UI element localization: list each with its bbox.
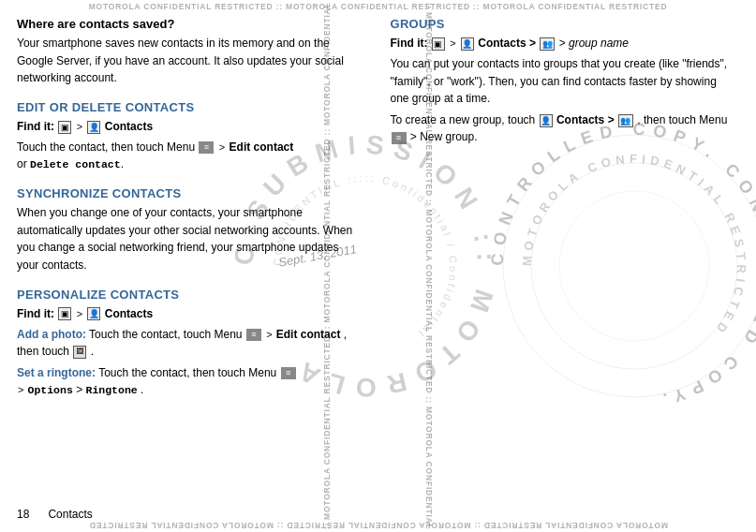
delete-contact-label: Delete contact: [30, 158, 121, 170]
group-icon-2: 👥: [618, 114, 633, 127]
ringtone-period: .: [141, 383, 143, 396]
sync-body: When you change one of your contacts, yo…: [17, 204, 363, 273]
gt5: >: [18, 384, 26, 395]
add-photo-line: Add a photo: Touch the contact, touch Me…: [17, 326, 363, 361]
personalize-heading: PERSONALIZE CONTACTS: [17, 288, 363, 302]
left-column: Where are contacts saved? Your smartphon…: [17, 17, 363, 403]
groups-body2: To create a new group, touch 👤 Contacts …: [391, 111, 736, 146]
gt1: >: [77, 121, 82, 132]
sync-heading: SYNCHRONIZE CONTACTS: [17, 186, 363, 200]
gt3: >: [77, 308, 82, 319]
watermark-bottom-text: MOTOROLA CONFIDENTIAL RESTRICTED :: MOTO…: [89, 521, 668, 530]
page-footer: 18 Contacts: [17, 508, 93, 521]
where-contacts-body: Your smartphone saves new contacts in it…: [17, 35, 363, 87]
edit-find-it-label: Find it:: [17, 120, 54, 133]
group-icon: 👥: [540, 37, 555, 51]
edit-body: Touch the contact, then touch Menu ≡ > E…: [17, 139, 363, 173]
where-heading-text: Where are contacts saved?: [17, 17, 174, 31]
contacts-person-icon-2: 👤: [87, 307, 100, 320]
set-ringtone-body: Touch the contact, then touch Menu: [98, 366, 279, 379]
edit-contact-label-2: Edit contact: [276, 328, 341, 341]
edit-delete-heading: EDIT OR DELETE CONTACTS: [17, 100, 363, 114]
gt7: >: [450, 37, 455, 49]
contacts-icon-newgroup: 👤: [540, 114, 553, 127]
gt2: >: [219, 141, 225, 153]
photo-icon: 🖼: [73, 346, 86, 359]
edit-contact-label: Edit contact: [230, 140, 294, 154]
set-ringtone-label: Set a ringtone:: [17, 366, 96, 379]
where-contacts-saved-heading: Where are contacts saved?: [17, 17, 363, 31]
add-photo-period: .: [91, 345, 94, 358]
home-icon-groups: ▣: [432, 37, 445, 51]
home-icon-2: ▣: [58, 307, 71, 320]
contacts-person-icon-groups: 👤: [461, 37, 474, 51]
gt4: >: [266, 329, 274, 340]
groups-find-it-label: Find it:: [391, 37, 428, 50]
contacts-label-personalize: Contacts: [105, 307, 153, 320]
page-number: 18: [17, 508, 29, 521]
options-label: Options: [27, 384, 72, 396]
groups-body2-end: > New group.: [410, 130, 478, 143]
contacts-label-groups: Contacts >: [478, 37, 539, 50]
edit-period: .: [121, 157, 124, 170]
personalize-find-it-label: Find it:: [17, 307, 54, 320]
menu-icon-photo: ≡: [246, 329, 261, 341]
gt6: >: [76, 383, 85, 396]
menu-icon-ringtone: ≡: [281, 367, 296, 379]
personalize-find-it: Find it: ▣ > 👤 Contacts: [17, 305, 363, 322]
groups-body2-then: , then touch Menu: [637, 113, 727, 126]
footer-spacer: [33, 508, 45, 521]
contacts-label-newgroup: Contacts >: [556, 113, 617, 126]
contacts-person-icon: 👤: [87, 121, 100, 134]
edit-find-it: Find it: ▣ > 👤 Contacts: [17, 118, 363, 135]
group-name-label: > group name: [559, 37, 629, 50]
add-photo-label: Add a photo:: [17, 328, 86, 341]
edit-body-text1: Touch the contact, then touch Menu: [17, 140, 195, 154]
add-photo-body: Touch the contact, touch Menu: [89, 328, 245, 341]
footer-label: Contacts: [48, 508, 92, 521]
groups-body2-prefix: To create a new group, touch: [391, 113, 539, 126]
watermark-top-text: MOTOROLA CONFIDENTIAL RESTRICTED :: MOTO…: [89, 2, 668, 11]
two-column-layout: Where are contacts saved? Your smartphon…: [17, 17, 735, 403]
set-ringtone-line: Set a ringtone: Touch the contact, then …: [17, 364, 363, 399]
groups-find-it: Find it: ▣ > 👤 Contacts > 👥 > group name: [391, 35, 736, 52]
ringtone-label: Ringtone: [85, 384, 137, 396]
edit-or: or: [17, 157, 30, 170]
menu-icon-newgroup: ≡: [392, 132, 407, 144]
groups-body1: You can put your contacts into groups th…: [391, 55, 736, 108]
home-icon: ▣: [58, 121, 71, 134]
right-column: GROUPS Find it: ▣ > 👤 Contacts > 👥 > gro…: [391, 17, 736, 403]
contacts-label-edit: Contacts: [105, 120, 153, 133]
page-container: Where are contacts saved? Your smartphon…: [0, 0, 756, 532]
groups-heading: GROUPS: [391, 17, 736, 31]
menu-icon-edit: ≡: [199, 141, 214, 154]
